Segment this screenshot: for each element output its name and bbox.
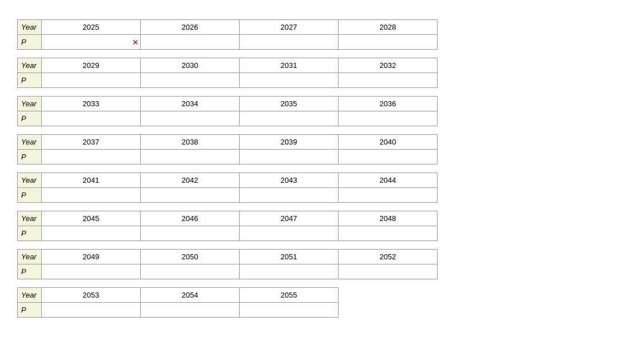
year-header-2025: 2025 — [42, 20, 141, 35]
year-header-2038: 2038 — [141, 135, 240, 150]
year-header-2032: 2032 — [339, 58, 438, 73]
p-input-2055[interactable] — [241, 304, 337, 316]
year-header-2055: 2055 — [240, 288, 339, 303]
p-input-2039[interactable] — [241, 151, 337, 163]
p-input-2049[interactable] — [43, 266, 139, 278]
p-label: P — [18, 73, 42, 88]
year-label: Year — [18, 97, 42, 111]
p-input-2040[interactable] — [340, 151, 436, 163]
tables-wrapper: Year2025202620272028P✕Year20292030203120… — [17, 19, 627, 318]
p-input-2043[interactable] — [241, 190, 337, 201]
p-input-2042[interactable] — [142, 190, 238, 201]
p-input-2046[interactable] — [142, 228, 238, 239]
table-group-4: Year2041204220432044P — [17, 173, 627, 203]
year-header-2049: 2049 — [42, 250, 141, 264]
p-input-2029[interactable] — [43, 75, 139, 86]
year-header-2047: 2047 — [240, 211, 339, 226]
year-header-2050: 2050 — [141, 250, 240, 264]
year-label: Year — [18, 20, 42, 35]
year-header-2039: 2039 — [240, 135, 339, 150]
p-input-2030[interactable] — [142, 75, 238, 86]
year-header-2054: 2054 — [141, 288, 240, 303]
p-input-2033[interactable] — [43, 113, 139, 125]
p-input-2053[interactable] — [43, 304, 139, 316]
p-input-2031[interactable] — [241, 75, 337, 86]
table-group-5: Year2045204620472048P — [17, 211, 627, 241]
p-input-2035[interactable] — [241, 113, 337, 125]
year-header-2027: 2027 — [240, 20, 339, 35]
year-header-2048: 2048 — [339, 211, 438, 226]
p-label: P — [18, 264, 42, 279]
year-header-2036: 2036 — [339, 97, 438, 111]
year-header-2043: 2043 — [240, 173, 339, 188]
p-label: P — [18, 188, 42, 203]
p-input-2054[interactable] — [142, 304, 238, 316]
table-group-1: Year2029203020312032P — [17, 58, 627, 88]
year-header-2042: 2042 — [141, 173, 240, 188]
p-input-2034[interactable] — [142, 113, 238, 125]
p-label: P — [18, 303, 42, 318]
p-input-2025[interactable] — [43, 37, 139, 48]
p-input-2044[interactable] — [340, 190, 436, 201]
year-label: Year — [18, 250, 42, 264]
table-group-3: Year2037203820392040P — [17, 134, 627, 165]
p-input-2041[interactable] — [43, 190, 139, 201]
year-header-2040: 2040 — [339, 135, 438, 150]
p-input-2036[interactable] — [340, 113, 436, 125]
year-header-2044: 2044 — [339, 173, 438, 188]
table-group-7: Year205320542055P — [17, 287, 627, 318]
year-label: Year — [18, 135, 42, 150]
year-header-2046: 2046 — [141, 211, 240, 226]
p-label: P — [18, 226, 42, 241]
table-group-6: Year2049205020512052P — [17, 249, 627, 279]
year-header-2053: 2053 — [42, 288, 141, 303]
year-header-2033: 2033 — [42, 97, 141, 111]
p-input-2045[interactable] — [43, 228, 139, 239]
year-header-2035: 2035 — [240, 97, 339, 111]
year-label: Year — [18, 211, 42, 226]
year-header-2034: 2034 — [141, 97, 240, 111]
table-group-2: Year2033203420352036P — [17, 96, 627, 126]
year-label: Year — [18, 288, 42, 303]
p-input-2027[interactable] — [241, 37, 337, 48]
year-label: Year — [18, 173, 42, 188]
p-input-2028[interactable] — [340, 37, 436, 48]
year-header-2051: 2051 — [240, 250, 339, 264]
p-input-2038[interactable] — [142, 151, 238, 163]
p-input-2032[interactable] — [340, 75, 436, 86]
year-header-2052: 2052 — [339, 250, 438, 264]
year-header-2041: 2041 — [42, 173, 141, 188]
p-label: P — [18, 111, 42, 126]
year-header-2037: 2037 — [42, 135, 141, 150]
p-input-2037[interactable] — [43, 151, 139, 163]
p-label: P — [18, 35, 42, 50]
p-input-2048[interactable] — [340, 228, 436, 239]
table-group-0: Year2025202620272028P✕ — [17, 19, 627, 50]
p-input-2051[interactable] — [241, 266, 337, 278]
p-input-2050[interactable] — [142, 266, 238, 278]
p-label: P — [18, 150, 42, 165]
year-header-2045: 2045 — [42, 211, 141, 226]
p-input-2026[interactable] — [142, 37, 238, 48]
year-header-2026: 2026 — [141, 20, 240, 35]
year-label: Year — [18, 58, 42, 73]
year-header-2030: 2030 — [141, 58, 240, 73]
p-input-2047[interactable] — [241, 228, 337, 239]
year-header-2029: 2029 — [42, 58, 141, 73]
p-input-2052[interactable] — [340, 266, 436, 278]
year-header-2031: 2031 — [240, 58, 339, 73]
year-header-2028: 2028 — [339, 20, 438, 35]
